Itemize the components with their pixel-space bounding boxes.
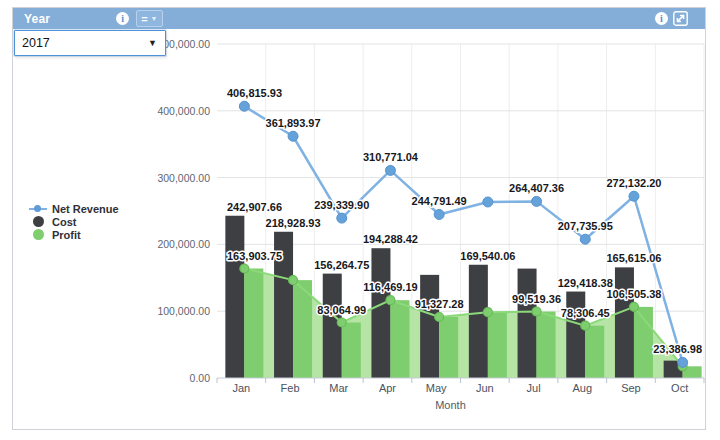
svg-text:Jun: Jun [476, 382, 494, 394]
legend-label: Net Revenue [52, 203, 119, 215]
svg-text:Aug: Aug [572, 382, 592, 394]
svg-text:106,505.38: 106,505.38 [606, 288, 661, 300]
svg-text:156,264.75: 156,264.75 [314, 259, 369, 271]
svg-text:Jan: Jan [232, 382, 250, 394]
cost-dot-icon [33, 216, 44, 227]
svg-text:100,000.00: 100,000.00 [157, 305, 210, 317]
dropdown-caret-icon [148, 38, 165, 48]
svg-text:Apr: Apr [379, 382, 396, 394]
svg-text:0.00: 0.00 [190, 372, 211, 384]
svg-text:264,407.36: 264,407.36 [509, 182, 564, 194]
svg-text:272,132.20: 272,132.20 [606, 177, 661, 189]
svg-text:23,386.98: 23,386.98 [653, 343, 702, 355]
app-window: Year i = i 0.00100,000.00200,000.00300,0… [0, 0, 720, 440]
svg-text:400,000.00: 400,000.00 [157, 105, 210, 117]
svg-text:200,000.00: 200,000.00 [157, 238, 210, 250]
svg-text:91,327.28: 91,327.28 [415, 298, 464, 310]
svg-text:78,306.45: 78,306.45 [561, 307, 610, 319]
svg-text:169,540.06: 169,540.06 [460, 250, 515, 262]
profit-dot-icon [33, 229, 44, 240]
svg-text:Feb: Feb [281, 382, 300, 394]
svg-text:300,000.00: 300,000.00 [157, 172, 210, 184]
svg-text:99,519.36: 99,519.36 [512, 293, 561, 305]
legend-item-net-revenue[interactable]: Net Revenue [29, 202, 119, 215]
svg-text:244,791.49: 244,791.49 [412, 195, 467, 207]
legend-item-cost[interactable]: Cost [29, 215, 119, 228]
svg-text:129,418.38: 129,418.38 [558, 277, 613, 289]
legend-label: Profit [52, 229, 81, 241]
svg-text:239,339.90: 239,339.90 [314, 199, 369, 211]
svg-text:207,735.95: 207,735.95 [558, 220, 613, 232]
svg-text:361,893.97: 361,893.97 [266, 117, 321, 129]
svg-text:83,064.99: 83,064.99 [317, 304, 366, 316]
line-marker-icon [29, 205, 47, 212]
svg-text:242,907.66: 242,907.66 [227, 201, 282, 213]
svg-text:Month: Month [435, 399, 466, 411]
svg-text:406,815.93: 406,815.93 [227, 87, 282, 99]
svg-text:310,771.04: 310,771.04 [363, 151, 419, 163]
chart-legend: Net Revenue Cost Profit [29, 202, 119, 241]
legend-item-profit[interactable]: Profit [29, 228, 119, 241]
svg-text:116,469.19: 116,469.19 [363, 281, 417, 293]
year-dropdown-value: 2017 [15, 36, 148, 50]
svg-text:May: May [426, 382, 447, 394]
svg-text:218,928.93: 218,928.93 [266, 217, 321, 229]
svg-text:165,615.06: 165,615.06 [606, 252, 661, 264]
year-dropdown[interactable]: 2017 [14, 30, 166, 56]
svg-text:Sep: Sep [621, 382, 641, 394]
svg-text:Jul: Jul [527, 382, 541, 394]
legend-label: Cost [52, 216, 76, 228]
svg-text:Oct: Oct [671, 382, 688, 394]
svg-text:Mar: Mar [329, 382, 348, 394]
svg-text:194,288.42: 194,288.42 [363, 233, 418, 245]
svg-text:163,903.75: 163,903.75 [227, 250, 282, 262]
